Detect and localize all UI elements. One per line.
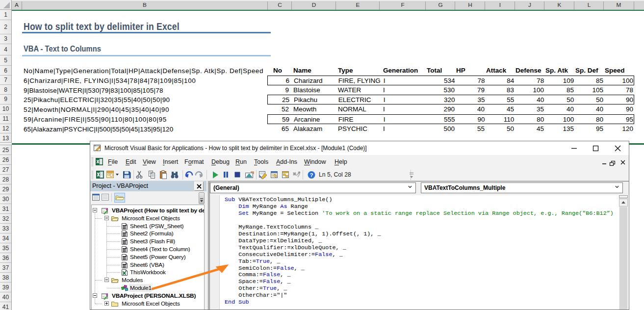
svg-text:?: ? [310, 172, 313, 178]
